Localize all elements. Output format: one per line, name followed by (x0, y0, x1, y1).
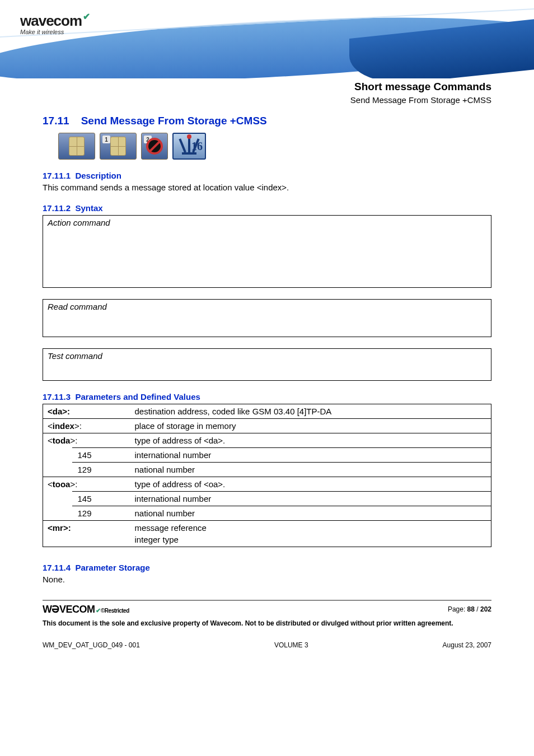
section-number: 17.11 (43, 115, 69, 127)
page-current: 88 (467, 605, 475, 613)
parameters-number: 17.11.3 (43, 392, 71, 402)
page-total: 202 (480, 605, 491, 613)
table-row: 129 national number (43, 506, 491, 521)
capability-icons: 1 2 16 (58, 133, 491, 160)
document-date: August 23, 2007 (443, 641, 491, 649)
table-row: 129 national number (43, 463, 491, 477)
footer-rule: WƏVECOM ✔ ©Restricted Page: 88 / 202 (43, 600, 491, 615)
document-id: WM_DEV_OAT_UGD_049 - 001 (43, 641, 140, 649)
table-row: <tooa>: type of address of <oa>. (43, 477, 491, 492)
param-da-desc: destination address, coded like GSM 03.4… (130, 404, 491, 419)
footer-swirl-icon: ✔ (96, 607, 101, 614)
footer-brand: WƏVECOM (43, 603, 95, 615)
section-title: Send Message From Storage +CMSS (81, 115, 267, 127)
parameter-storage-text: None. (43, 575, 491, 584)
param-tooa-desc: type of address of <oa>. (130, 477, 491, 492)
footer-restricted: ©Restricted (101, 608, 129, 614)
header-corner (349, 17, 534, 78)
test-command-label: Test command (48, 351, 102, 361)
table-row: <mr>: message reference integer type (43, 521, 491, 547)
footer-disclaimer: This document is the sole and exclusive … (43, 619, 491, 628)
parameters-table: <da>: destination address, coded like GS… (43, 404, 491, 547)
page-content: Short message Commands Send Message From… (0, 81, 534, 649)
table-row: <index>: place of storage in memory (43, 419, 491, 433)
page-prefix: Page: (448, 605, 467, 613)
read-command-label: Read command (48, 302, 107, 311)
parameter-storage-heading: 17.11.4 Parameter Storage (43, 563, 491, 572)
table-row: <da>: destination address, coded like GS… (43, 404, 491, 419)
footer-logo: WƏVECOM ✔ ©Restricted (43, 603, 129, 615)
brand-logo: wavecom ✔ Make it wireless (20, 12, 90, 35)
param-mr-key: <mr>: (48, 523, 71, 533)
read-command-box: Read command (43, 299, 491, 337)
prohibited-2-icon: 2 (141, 133, 168, 160)
description-text: This command sends a message stored at l… (43, 183, 491, 192)
syntax-number: 17.11.2 (43, 203, 71, 213)
page-number: Page: 88 / 202 (448, 605, 491, 613)
sim-plain-icon (58, 133, 95, 160)
brand-tagline: Make it wireless (20, 29, 90, 35)
chapter-title: Short message Commands (43, 81, 491, 93)
param-toda-145-desc: international number (130, 448, 491, 463)
syntax-title: Syntax (75, 203, 102, 213)
brand-name: wavecom (20, 12, 82, 30)
parameters-title: Parameters and Defined Values (75, 392, 200, 402)
document-meta: WM_DEV_OAT_UGD_049 - 001 VOLUME 3 August… (43, 641, 491, 649)
param-index-desc: place of storage in memory (130, 419, 491, 433)
action-command-label: Action command (48, 218, 110, 227)
param-da-key: <da>: (48, 407, 70, 416)
brand-swirl-icon: ✔ (83, 11, 90, 22)
description-number: 17.11.1 (43, 171, 71, 180)
page-sep: / (475, 605, 480, 613)
test-command-box: Test command (43, 348, 491, 381)
param-mr-desc-2: integer type (135, 533, 487, 544)
parameters-heading: 17.11.3 Parameters and Defined Values (43, 392, 491, 402)
icon-value-16: 16 (191, 140, 203, 153)
param-toda-145-val: 145 (72, 448, 130, 463)
param-toda-129-desc: national number (130, 463, 491, 477)
description-heading: 17.11.1 Description (43, 171, 491, 180)
param-toda-129-val: 129 (72, 463, 130, 477)
parameter-storage-title: Parameter Storage (75, 563, 149, 572)
table-row: 145 international number (43, 492, 491, 506)
param-tooa-129-val: 129 (72, 506, 130, 521)
param-mr-desc-1: message reference (135, 523, 487, 533)
table-row: 145 international number (43, 448, 491, 463)
param-toda-desc: type of address of <da>. (130, 433, 491, 448)
page-header: wavecom ✔ Make it wireless (0, 0, 534, 78)
param-tooa-129-desc: national number (130, 506, 491, 521)
section-heading: 17.11 Send Message From Storage +CMSS (43, 115, 491, 127)
antenna-16-icon: 16 (172, 133, 206, 160)
syntax-heading: 17.11.2 Syntax (43, 203, 491, 213)
document-volume: VOLUME 3 (274, 641, 308, 649)
param-tooa-145-desc: international number (130, 492, 491, 506)
table-row: <toda>: type of address of <da>. (43, 433, 491, 448)
sim-1-icon: 1 (100, 133, 137, 160)
param-tooa-145-val: 145 (72, 492, 130, 506)
parameter-storage-number: 17.11.4 (43, 563, 71, 572)
description-title: Description (75, 171, 121, 180)
action-command-box: Action command (43, 215, 491, 288)
icon-badge-1: 1 (102, 136, 110, 143)
chapter-subtitle: Send Message From Storage +CMSS (43, 95, 491, 105)
